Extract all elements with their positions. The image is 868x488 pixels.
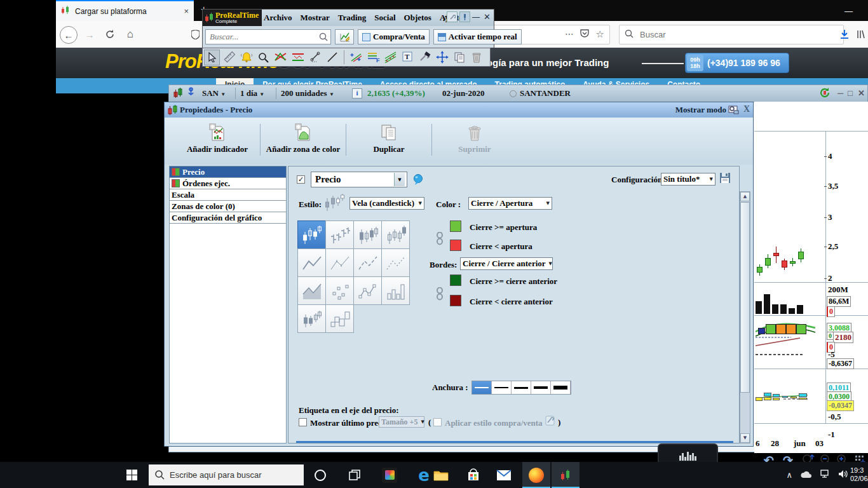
style-area[interactable] bbox=[297, 276, 326, 305]
browser-search-input[interactable] bbox=[639, 29, 819, 40]
style-points[interactable] bbox=[325, 276, 354, 305]
units-select[interactable]: 200 unidades ▼ bbox=[281, 88, 334, 98]
sidebar-item-configuraci-n-del-gr-fico[interactable]: Configuración del gráfico bbox=[170, 212, 286, 224]
store-icon[interactable] bbox=[459, 462, 487, 488]
chart-maximize-icon[interactable]: □ bbox=[848, 88, 853, 98]
dialog-close-icon[interactable]: X bbox=[743, 104, 750, 114]
network-icon[interactable] bbox=[820, 470, 831, 481]
scrollbar-thumb[interactable] bbox=[740, 202, 750, 393]
config-select[interactable]: Sin título*▼ bbox=[661, 173, 715, 186]
text-tool-icon[interactable]: T bbox=[400, 50, 416, 65]
prt-search-input[interactable] bbox=[208, 31, 319, 43]
menu-trading[interactable]: Trading bbox=[338, 13, 367, 23]
library-icon[interactable] bbox=[853, 26, 868, 43]
segment-icon[interactable] bbox=[307, 50, 323, 65]
fibonacci-projection-icon[interactable] bbox=[348, 50, 364, 65]
dialog-scrollbar[interactable]: ▲ ▼ bbox=[740, 191, 750, 444]
support-resistance-icon[interactable] bbox=[290, 50, 306, 65]
style-heikin-ashi[interactable] bbox=[297, 304, 326, 333]
up-color-swatch[interactable] bbox=[450, 220, 461, 232]
line-width-2[interactable] bbox=[492, 381, 512, 394]
trash-icon[interactable] bbox=[468, 50, 484, 65]
task-view-icon[interactable] bbox=[341, 462, 369, 488]
style-candlestick[interactable] bbox=[297, 220, 326, 249]
style-hollow-candles[interactable] bbox=[353, 220, 382, 249]
andrews-pitchfork-icon[interactable] bbox=[383, 50, 398, 65]
overflow-menu-icon[interactable]: ⋯ bbox=[565, 29, 574, 39]
compra-venta-button[interactable]: Compra/Venta bbox=[358, 29, 430, 44]
style-filled-candles[interactable] bbox=[381, 220, 410, 249]
link-colors-icon[interactable] bbox=[436, 232, 444, 248]
prt-minimize-icon[interactable]: — bbox=[472, 13, 480, 22]
clock[interactable]: 19:302/06/ bbox=[850, 466, 868, 483]
refresh-icon[interactable] bbox=[819, 87, 831, 101]
comment-bubble-icon[interactable] bbox=[413, 174, 423, 187]
taskbar-search[interactable]: Escribe aquí para buscar bbox=[149, 464, 304, 485]
prt-search[interactable] bbox=[205, 29, 331, 44]
time-axis[interactable]: 628jun03 bbox=[754, 438, 868, 449]
alarm-bell-icon[interactable] bbox=[238, 50, 254, 65]
downloads-icon[interactable] bbox=[836, 26, 853, 43]
ultimo-precio-checkbox[interactable] bbox=[299, 418, 307, 426]
menu-archivo[interactable]: Archivo bbox=[264, 13, 292, 23]
info-icon[interactable]: i bbox=[352, 88, 362, 98]
ruler-icon[interactable] bbox=[221, 50, 237, 65]
style-dotted-line[interactable] bbox=[381, 248, 410, 277]
onedrive-cloud-icon[interactable] bbox=[800, 470, 813, 481]
phone-button[interactable]: 09h18h (+34)91 189 96 96 bbox=[685, 53, 789, 73]
bordes-select[interactable]: Cierre / Cierre anterior▼ bbox=[460, 257, 553, 270]
add-indicator-button[interactable]: Añadir indicador bbox=[180, 123, 255, 154]
style-renko[interactable] bbox=[325, 304, 354, 333]
menu-mostrar[interactable]: Mostrar bbox=[301, 13, 330, 23]
menu-social[interactable]: Social bbox=[374, 13, 395, 23]
line-width-4[interactable] bbox=[531, 381, 551, 394]
pattern-detector-icon[interactable] bbox=[273, 50, 288, 65]
series-select[interactable]: Precio▼ bbox=[311, 172, 407, 187]
browser-tab[interactable]: Cargar su plataforma × bbox=[56, 0, 194, 21]
zoom-tool-icon[interactable] bbox=[255, 50, 271, 65]
prorealtime-taskbar-icon[interactable] bbox=[552, 462, 580, 488]
volume-icon[interactable] bbox=[838, 470, 849, 481]
window-minimize-icon[interactable]: — bbox=[844, 6, 853, 16]
period-select[interactable]: 1 día ▼ bbox=[240, 88, 264, 98]
cortana-icon[interactable] bbox=[306, 462, 334, 488]
scroll-down-icon[interactable]: ▼ bbox=[740, 433, 750, 443]
dialog-titlebar[interactable]: Propiedades - Precio Mostrar modo X bbox=[165, 102, 753, 118]
sidebar-item-escala[interactable]: Escala bbox=[170, 189, 286, 201]
down-color-swatch[interactable] bbox=[450, 240, 461, 251]
prt-close-icon[interactable]: ✕ bbox=[484, 12, 491, 22]
border-up-color-swatch[interactable] bbox=[450, 274, 461, 286]
pin-icon[interactable] bbox=[459, 11, 470, 22]
style-line-thin[interactable] bbox=[325, 248, 354, 277]
chart-close-icon[interactable]: ✕ bbox=[858, 88, 865, 98]
series-enabled-checkbox[interactable]: ✓ bbox=[297, 175, 305, 184]
chart-draw-button[interactable] bbox=[335, 29, 354, 44]
link-colors-icon[interactable] bbox=[436, 287, 444, 304]
estilo-select[interactable]: Vela (candlestick)▼ bbox=[349, 197, 424, 210]
save-config-icon[interactable] bbox=[719, 172, 731, 186]
firefox-icon[interactable] bbox=[522, 462, 550, 488]
home-button[interactable]: ⌂ bbox=[122, 26, 139, 43]
move-tool-icon[interactable] bbox=[434, 50, 450, 65]
scroll-up-icon[interactable]: ▲ bbox=[740, 192, 750, 201]
display-mode-icon[interactable] bbox=[728, 104, 739, 118]
select-cursor-icon[interactable] bbox=[204, 50, 220, 65]
settings-wrench-icon[interactable] bbox=[447, 11, 458, 22]
style-ohlc-bars[interactable] bbox=[325, 220, 354, 249]
sidebar-item-precio[interactable]: Precio bbox=[170, 166, 286, 178]
copy-icon[interactable] bbox=[451, 50, 467, 65]
sidebar-item-zonas-de-color-0[interactable]: Zonas de color (0) bbox=[170, 201, 286, 212]
pocket-icon[interactable] bbox=[580, 29, 589, 39]
link-instrument-icon[interactable] bbox=[187, 87, 195, 101]
sidebar-item-rdenes-ejec[interactable]: Órdenes ejec. bbox=[170, 178, 286, 189]
mostrar-modo-label[interactable]: Mostrar modo bbox=[675, 105, 726, 115]
chart-window-header[interactable]: SAN ▼ 1 día ▼ 200 unidades ▼ i 2,1635 (+… bbox=[169, 85, 867, 102]
style-histogram[interactable] bbox=[381, 276, 410, 305]
drawing-settings-icon[interactable] bbox=[417, 50, 433, 65]
fibonacci-retracement-icon[interactable]: F bbox=[365, 50, 381, 65]
style-line[interactable] bbox=[297, 248, 326, 277]
menu-objetos[interactable]: Objetos bbox=[404, 13, 431, 23]
line-width-3[interactable] bbox=[512, 381, 531, 394]
reload-button[interactable] bbox=[102, 26, 118, 43]
line-icon[interactable] bbox=[324, 50, 340, 65]
